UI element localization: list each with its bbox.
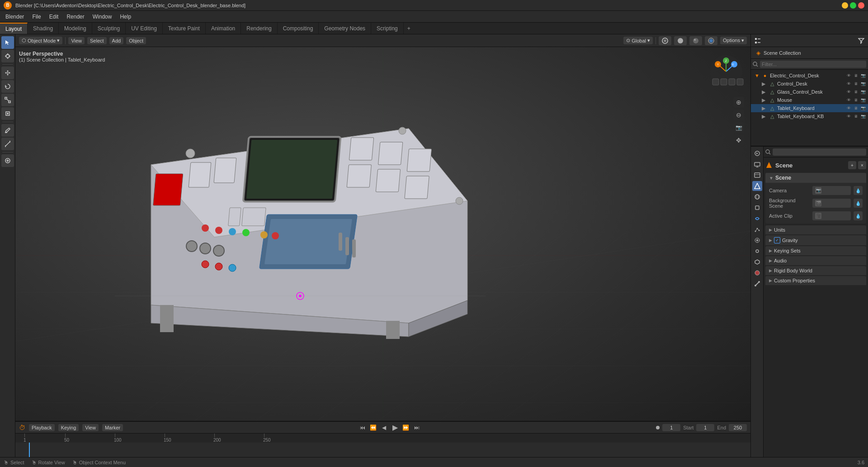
viewport-view-menu[interactable]: View (68, 37, 85, 44)
viewport-options-button[interactable]: Options ▾ (720, 37, 747, 44)
ws-tab-modeling[interactable]: Modeling (59, 23, 92, 34)
outliner-item-control-desk[interactable]: ▶ △ Control_Desk 👁 🖥 📷 (751, 80, 868, 88)
prop-modifier-icon[interactable] (752, 214, 762, 224)
ws-tab-compositing[interactable]: Compositing (278, 23, 319, 34)
viewport-mode-dropdown[interactable]: ⬡ Object Mode ▾ (19, 37, 62, 44)
end-frame-input[interactable] (729, 424, 747, 431)
menu-render[interactable]: Render (63, 13, 88, 21)
audio-header[interactable]: ▶ Audio (765, 256, 866, 265)
outliner-item-electric-control-desk[interactable]: ▼ ● Electric_Control_Desk 👁 🖥 📷 (751, 71, 868, 80)
menu-help[interactable]: Help (116, 13, 135, 21)
marker-menu[interactable]: Marker (102, 424, 123, 431)
prop-output-icon[interactable] (752, 159, 762, 169)
properties-search-input[interactable] (773, 148, 866, 156)
timeline-track[interactable] (15, 443, 750, 457)
ws-tab-scripting[interactable]: Scripting (371, 23, 404, 34)
play-reverse-button[interactable]: ◀ (380, 423, 389, 432)
navigation-gizmo[interactable]: X Y Z (708, 53, 744, 90)
prop-data-icon[interactable] (752, 257, 762, 267)
viewport-select-menu[interactable]: Select (87, 37, 107, 44)
menu-file[interactable]: File (28, 13, 44, 21)
visibility-icon-2[interactable]: 👁 (845, 81, 852, 87)
prop-particles-icon[interactable] (752, 224, 762, 234)
prop-action-new[interactable]: + (848, 161, 856, 169)
sb-rotate[interactable]: 🖱 Rotate View (32, 460, 65, 465)
minimize-button[interactable] (842, 2, 848, 9)
visibility-icon-5[interactable]: 👁 (845, 105, 852, 111)
current-frame-input[interactable] (662, 424, 680, 431)
pan-icon[interactable]: ✥ (733, 135, 744, 146)
expand-arrow-3[interactable]: ▶ (762, 89, 767, 95)
zoom-in-icon[interactable]: ⊕ (733, 97, 744, 108)
expand-arrow-6[interactable]: ▶ (762, 114, 767, 119)
scene-section-header[interactable]: ▼ Scene (765, 173, 866, 183)
prop-constraints-icon[interactable] (752, 246, 762, 256)
ws-tab-shading[interactable]: Shading (28, 23, 59, 34)
rigid-body-header[interactable]: ▶ Rigid Body World (765, 266, 866, 275)
ws-tab-rendering[interactable]: Rendering (241, 23, 277, 34)
expand-arrow-2[interactable]: ▶ (762, 81, 767, 87)
ws-tab-sculpting[interactable]: Sculpting (92, 23, 126, 34)
visibility-icon-3[interactable]: 👁 (845, 89, 852, 95)
viewport-icon-5[interactable]: 🖥 (853, 105, 859, 111)
tool-scale[interactable] (1, 94, 14, 106)
viewport-icon-6[interactable]: 🖥 (853, 113, 859, 119)
outliner-icon[interactable] (753, 36, 763, 46)
camera-view-icon[interactable]: 📷 (733, 122, 744, 133)
shading-material-icon[interactable] (689, 36, 702, 45)
render-icon-1[interactable]: 📷 (860, 72, 866, 79)
menu-window[interactable]: Window (89, 13, 116, 21)
background-scene-field[interactable]: 🎬 (812, 199, 851, 208)
render-icon-4[interactable]: 📷 (860, 97, 866, 103)
viewport-canvas[interactable]: User Perspective (1) Scene Collection | … (15, 47, 750, 421)
outliner-item-glass-control-desk[interactable]: ▶ △ Glass_Control_Desk 👁 🖥 📷 (751, 88, 868, 96)
jump-start-button[interactable]: ⏮ (358, 423, 367, 432)
prop-object-icon[interactable] (752, 203, 762, 213)
prop-bone-icon[interactable] (752, 279, 762, 289)
prop-physics-icon[interactable] (752, 235, 762, 245)
ws-tab-geometry-nodes[interactable]: Geometry Nodes (319, 23, 371, 34)
render-icon-6[interactable]: 📷 (860, 113, 866, 119)
prop-world-icon[interactable] (752, 192, 762, 202)
visibility-icon-4[interactable]: 👁 (845, 97, 852, 103)
tool-measure[interactable] (1, 138, 14, 150)
outliner-search-input[interactable] (760, 61, 866, 68)
maximize-button[interactable] (850, 2, 856, 9)
tool-transform[interactable] (1, 107, 14, 120)
viewport-icon-3[interactable]: 🖥 (853, 89, 859, 95)
gravity-checkbox[interactable]: ✓ (774, 237, 780, 243)
jump-end-button[interactable]: ⏭ (412, 423, 421, 432)
start-frame-input[interactable] (696, 424, 714, 431)
visibility-icon-1[interactable]: 👁 (845, 72, 852, 79)
outliner-item-mouse[interactable]: ▶ △ Mouse 👁 🖥 📷 (751, 96, 868, 104)
bg-scene-eyedropper[interactable]: 💧 (854, 199, 863, 208)
prop-render-icon[interactable] (752, 148, 762, 158)
render-icon-2[interactable]: 📷 (860, 81, 866, 87)
ws-tab-animation[interactable]: Animation (206, 23, 241, 34)
visibility-icon-6[interactable]: 👁 (845, 113, 852, 119)
zoom-out-icon[interactable]: ⊖ (733, 110, 744, 120)
tool-rotate[interactable] (1, 80, 14, 93)
viewport-object-menu[interactable]: Object (126, 37, 146, 44)
filter-icon[interactable] (856, 36, 866, 46)
prop-action-unlink[interactable]: × (858, 161, 866, 169)
custom-props-header[interactable]: ▶ Custom Properties (765, 276, 866, 285)
viewport-icon-4[interactable]: 🖥 (853, 97, 859, 103)
keying-sets-header[interactable]: ▶ Keying Sets (765, 246, 866, 255)
menu-edit[interactable]: Edit (46, 13, 62, 21)
expand-arrow-5[interactable]: ▶ (762, 105, 767, 111)
prop-material-icon[interactable] (752, 268, 762, 278)
viewport-transform-global[interactable]: ⊙ Global ▾ (623, 37, 653, 44)
tool-add[interactable] (1, 154, 14, 167)
expand-arrow-1[interactable]: ▼ (755, 73, 760, 78)
outliner-item-tablet-keyboard-kb[interactable]: ▶ △ Tablet_Keyboard_KB 👁 🖥 📷 (751, 112, 868, 120)
sb-context[interactable]: 🖱 Object Context Menu (72, 460, 126, 465)
shading-solid-icon[interactable] (674, 36, 687, 45)
active-clip-eyedropper[interactable]: 💧 (854, 211, 863, 220)
tool-annotate[interactable] (1, 124, 14, 137)
keying-menu[interactable]: Keying (58, 424, 79, 431)
playback-menu[interactable]: Playback (29, 424, 55, 431)
play-button[interactable]: ▶ (391, 423, 400, 432)
tool-move[interactable] (1, 67, 14, 79)
ws-tab-layout[interactable]: Layout (0, 23, 28, 34)
